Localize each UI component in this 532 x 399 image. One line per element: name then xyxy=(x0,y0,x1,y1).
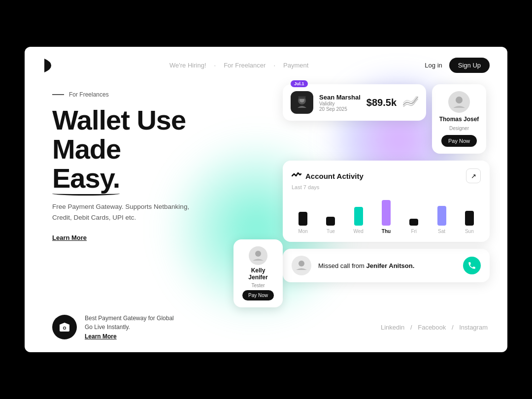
activity-icon xyxy=(292,172,301,180)
sean-info: Sean Marshal Validity 20 Sep 2025 xyxy=(319,94,361,112)
social-facebook[interactable]: Facebook xyxy=(418,324,446,331)
sean-validity-label: Validity xyxy=(319,101,361,106)
kelly-name: Kelly Jenifer xyxy=(241,267,275,281)
bar-label-wed: Wed xyxy=(347,229,370,234)
bars-container xyxy=(292,196,481,226)
thomas-role: Designer xyxy=(449,126,469,131)
hero-left: For Freelances Wallet Use Made Easy. Fre… xyxy=(52,91,259,242)
bar-wed xyxy=(354,207,363,226)
footer-badge-icon xyxy=(52,315,77,339)
missed-call-card: Missed call from Jenifer Anitson. xyxy=(283,249,490,282)
activity-header: Account Activity ↗ xyxy=(292,168,481,183)
nav-links: We're Hiring! · For Freelancer · Payment xyxy=(166,62,311,69)
bar-sun xyxy=(465,211,474,226)
social-sep-2: / xyxy=(452,324,454,331)
hero-title: Wallet Use Made Easy. xyxy=(52,106,259,193)
footer-social: Linkedin / Facebook / Instagram xyxy=(379,324,490,331)
nav-dot-1: · xyxy=(211,62,219,69)
thomas-avatar xyxy=(448,91,470,113)
activity-title-row: Account Activity xyxy=(292,172,364,180)
thomas-name: Thomas Josef xyxy=(439,116,479,123)
bar-group-mon xyxy=(292,212,314,226)
call-back-button[interactable] xyxy=(463,257,481,274)
nav-dot-2: · xyxy=(270,62,278,69)
kelly-card: Kelly Jenifer Tester Pay Now xyxy=(233,239,283,307)
nav-payment[interactable]: Payment xyxy=(280,62,311,69)
expand-button[interactable]: ↗ xyxy=(466,168,481,183)
sean-badge: Jul.1 xyxy=(291,80,308,87)
page-container: We're Hiring! · For Freelancer · Payment… xyxy=(25,47,507,352)
activity-title-text: Account Activity xyxy=(305,172,364,180)
bar-tue xyxy=(326,217,335,226)
kelly-role: Tester xyxy=(251,283,265,288)
hero-right: Jul.1 Sean Marshal Validity 20 Sep 2025 xyxy=(283,84,490,282)
nav-hiring[interactable]: We're Hiring! xyxy=(166,62,209,69)
sean-avatar xyxy=(291,91,313,114)
footer-text-2: Go Live Instantly. xyxy=(85,323,174,332)
bar-label-sun: Sun xyxy=(458,229,481,234)
bar-labels-row: MonTueWedThuFriSatSun xyxy=(292,229,481,234)
svg-point-6 xyxy=(299,261,304,266)
sean-date: 20 Sep 2025 xyxy=(319,106,361,112)
bar-thu xyxy=(382,200,391,226)
svg-rect-3 xyxy=(298,96,306,98)
sean-amount: $89.5k xyxy=(366,97,397,108)
bar-group-sat xyxy=(430,206,453,226)
svg-point-4 xyxy=(456,97,463,103)
sean-payment-card: Jul.1 Sean Marshal Validity 20 Sep 2025 xyxy=(283,84,426,121)
footer-text-block: Best Payment Gateway for Global Go Live … xyxy=(85,314,174,340)
bar-label-thu: Thu xyxy=(375,229,398,234)
bar-label-sat: Sat xyxy=(430,229,453,234)
hero-subtitle: Free Payment Gateway. Supports Netbankin… xyxy=(52,201,259,223)
footer-learn-more-link[interactable]: Learn More xyxy=(85,333,117,340)
bar-group-thu xyxy=(375,200,398,226)
svg-point-5 xyxy=(255,251,261,257)
user-cards-row: Jul.1 Sean Marshal Validity 20 Sep 2025 xyxy=(283,84,490,154)
nav-actions: Log in Sign Up xyxy=(425,58,490,73)
social-instagram[interactable]: Instagram xyxy=(459,324,488,331)
bar-group-wed xyxy=(347,207,370,226)
bar-label-tue: Tue xyxy=(319,229,342,234)
nav-freelancer[interactable]: For Freelancer xyxy=(221,62,268,69)
missed-call-text: Missed call from Jenifer Anitson. xyxy=(318,262,456,269)
sean-name: Sean Marshal xyxy=(319,94,361,101)
kelly-avatar xyxy=(249,246,267,265)
bar-group-sun xyxy=(458,211,481,226)
bar-mon xyxy=(299,212,307,226)
signup-button[interactable]: Sign Up xyxy=(449,58,490,73)
section-label: For Freelances xyxy=(52,91,259,98)
page-footer: Best Payment Gateway for Global Go Live … xyxy=(52,314,490,340)
bar-group-tue xyxy=(319,217,342,226)
logo-icon[interactable] xyxy=(42,59,53,72)
caller-name: Jenifer Anitson. xyxy=(366,262,415,269)
footer-left: Best Payment Gateway for Global Go Live … xyxy=(52,314,174,340)
navbar: We're Hiring! · For Freelancer · Payment… xyxy=(25,47,507,84)
bar-label-fri: Fri xyxy=(402,229,425,234)
hero-learn-more-link[interactable]: Learn More xyxy=(52,234,87,241)
bar-group-fri xyxy=(402,219,425,226)
login-button[interactable]: Log in xyxy=(425,62,442,69)
activity-subtitle: Last 7 days xyxy=(292,184,481,190)
missed-call-avatar xyxy=(292,256,311,275)
bar-fri xyxy=(409,219,418,226)
bar-label-mon: Mon xyxy=(292,229,314,234)
hero-title-line2: Easy. xyxy=(52,164,120,193)
kelly-pay-now-button[interactable]: Pay Now xyxy=(242,290,274,300)
wave-icon xyxy=(402,96,418,109)
social-sep-1: / xyxy=(410,324,412,331)
footer-text-1: Best Payment Gateway for Global xyxy=(85,314,174,323)
thomas-card: Thomas Josef Designer Pay Now xyxy=(432,84,486,154)
activity-card: Kelly Jenifer Tester Pay Now Account Act… xyxy=(283,161,490,242)
bar-sat xyxy=(437,206,446,226)
thomas-pay-now-button[interactable]: Pay Now xyxy=(441,135,477,147)
social-linkedin[interactable]: Linkedin xyxy=(381,324,404,331)
